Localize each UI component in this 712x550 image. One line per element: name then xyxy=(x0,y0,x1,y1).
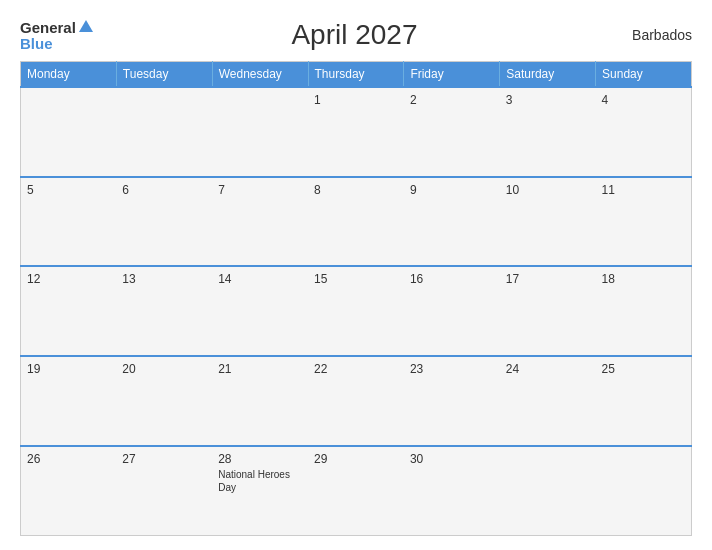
calendar-cell: 22 xyxy=(308,356,404,446)
calendar-cell: 11 xyxy=(596,177,692,267)
day-number: 8 xyxy=(314,183,398,197)
day-number: 26 xyxy=(27,452,110,466)
calendar-week-row: 262728National Heroes Day2930 xyxy=(21,446,692,536)
calendar-cell xyxy=(596,446,692,536)
calendar-cell: 27 xyxy=(116,446,212,536)
header: General Blue April 2027 Barbados xyxy=(20,18,692,51)
day-number: 2 xyxy=(410,93,494,107)
calendar-page: General Blue April 2027 Barbados Monday … xyxy=(0,0,712,550)
day-number: 29 xyxy=(314,452,398,466)
calendar-table: Monday Tuesday Wednesday Thursday Friday… xyxy=(20,61,692,536)
calendar-cell: 4 xyxy=(596,87,692,177)
calendar-cell: 8 xyxy=(308,177,404,267)
day-number: 6 xyxy=(122,183,206,197)
calendar-cell: 15 xyxy=(308,266,404,356)
day-number: 28 xyxy=(218,452,302,466)
calendar-week-row: 567891011 xyxy=(21,177,692,267)
month-title: April 2027 xyxy=(97,19,612,51)
event-label: National Heroes Day xyxy=(218,468,302,494)
calendar-cell: 17 xyxy=(500,266,596,356)
col-wednesday: Wednesday xyxy=(212,62,308,88)
calendar-cell: 2 xyxy=(404,87,500,177)
day-number: 13 xyxy=(122,272,206,286)
calendar-week-row: 1234 xyxy=(21,87,692,177)
day-number: 14 xyxy=(218,272,302,286)
calendar-cell xyxy=(116,87,212,177)
logo: General Blue xyxy=(20,18,97,51)
calendar-cell: 19 xyxy=(21,356,117,446)
calendar-cell: 16 xyxy=(404,266,500,356)
day-number: 12 xyxy=(27,272,110,286)
day-number: 22 xyxy=(314,362,398,376)
logo-blue: Blue xyxy=(20,36,53,51)
calendar-cell: 3 xyxy=(500,87,596,177)
day-number: 1 xyxy=(314,93,398,107)
day-number: 27 xyxy=(122,452,206,466)
calendar-cell: 6 xyxy=(116,177,212,267)
calendar-cell: 21 xyxy=(212,356,308,446)
day-number: 18 xyxy=(602,272,685,286)
day-number: 23 xyxy=(410,362,494,376)
calendar-cell xyxy=(500,446,596,536)
calendar-cell: 9 xyxy=(404,177,500,267)
day-number: 9 xyxy=(410,183,494,197)
weekday-header-row: Monday Tuesday Wednesday Thursday Friday… xyxy=(21,62,692,88)
calendar-cell: 23 xyxy=(404,356,500,446)
svg-marker-0 xyxy=(79,20,93,32)
calendar-cell: 7 xyxy=(212,177,308,267)
calendar-cell: 14 xyxy=(212,266,308,356)
calendar-cell: 24 xyxy=(500,356,596,446)
calendar-cell xyxy=(212,87,308,177)
col-saturday: Saturday xyxy=(500,62,596,88)
calendar-cell: 1 xyxy=(308,87,404,177)
day-number: 3 xyxy=(506,93,590,107)
day-number: 19 xyxy=(27,362,110,376)
calendar-cell: 12 xyxy=(21,266,117,356)
calendar-cell: 26 xyxy=(21,446,117,536)
day-number: 20 xyxy=(122,362,206,376)
col-friday: Friday xyxy=(404,62,500,88)
calendar-week-row: 12131415161718 xyxy=(21,266,692,356)
calendar-cell: 29 xyxy=(308,446,404,536)
day-number: 10 xyxy=(506,183,590,197)
calendar-cell: 5 xyxy=(21,177,117,267)
calendar-cell: 30 xyxy=(404,446,500,536)
calendar-week-row: 19202122232425 xyxy=(21,356,692,446)
day-number: 17 xyxy=(506,272,590,286)
calendar-cell: 18 xyxy=(596,266,692,356)
day-number: 4 xyxy=(602,93,685,107)
day-number: 15 xyxy=(314,272,398,286)
day-number: 16 xyxy=(410,272,494,286)
day-number: 24 xyxy=(506,362,590,376)
calendar-cell xyxy=(21,87,117,177)
col-sunday: Sunday xyxy=(596,62,692,88)
col-tuesday: Tuesday xyxy=(116,62,212,88)
country-label: Barbados xyxy=(612,27,692,43)
logo-general: General xyxy=(20,20,76,35)
day-number: 21 xyxy=(218,362,302,376)
calendar-cell: 20 xyxy=(116,356,212,446)
calendar-cell: 25 xyxy=(596,356,692,446)
day-number: 7 xyxy=(218,183,302,197)
col-thursday: Thursday xyxy=(308,62,404,88)
day-number: 5 xyxy=(27,183,110,197)
calendar-cell: 10 xyxy=(500,177,596,267)
col-monday: Monday xyxy=(21,62,117,88)
day-number: 30 xyxy=(410,452,494,466)
calendar-cell: 28National Heroes Day xyxy=(212,446,308,536)
calendar-cell: 13 xyxy=(116,266,212,356)
day-number: 11 xyxy=(602,183,685,197)
day-number: 25 xyxy=(602,362,685,376)
logo-icon xyxy=(77,18,95,36)
